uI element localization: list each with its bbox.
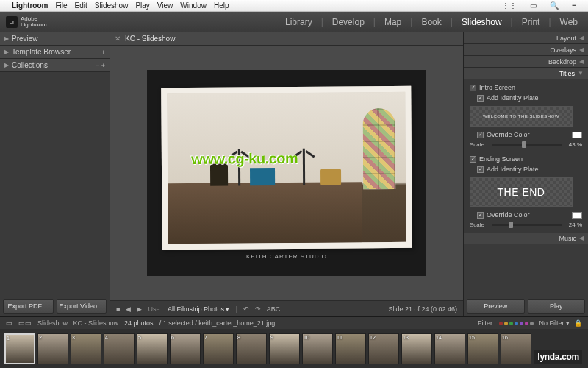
panel-collections-label: Collections [12, 61, 48, 69]
panel-backdrop[interactable]: Backdrop◀ [464, 56, 588, 68]
filmstrip-thumb[interactable]: 10 [302, 333, 333, 364]
menu-help[interactable]: Help [214, 1, 229, 10]
intro-screen-label: Intro Screen [479, 84, 515, 91]
play-button[interactable]: Play [528, 299, 586, 314]
lr-mark-icon: Lr [6, 16, 18, 28]
ending-scale-slider[interactable] [492, 224, 562, 226]
export-video-button[interactable]: Export Video… [57, 299, 107, 314]
slideshow-toolbar: ■ ◀ ▶ Use: All Filmstrip Photos ▾ | ↶ ↷ … [110, 300, 463, 316]
module-develop[interactable]: Develop [328, 17, 369, 27]
menu-view[interactable]: View [157, 1, 173, 10]
intro-scale-label: Scale [470, 141, 489, 148]
menu-app[interactable]: Lightroom [12, 1, 48, 10]
ending-override-color-checkbox[interactable]: ✓ [477, 212, 484, 219]
lynda-watermark: lynda.com [534, 350, 582, 364]
template-add-icon[interactable]: + [101, 49, 105, 56]
intro-identity-plate-checkbox[interactable]: ✓ [477, 95, 484, 102]
slideshow-canvas[interactable]: www.cg-ku.com KEITH CARTER STUDIO [110, 46, 463, 300]
ending-screen-label: Ending Screen [479, 155, 523, 163]
close-tab-icon[interactable]: ✕ [115, 35, 121, 43]
slide-status: Slide 21 of 24 (0:02:46) [388, 305, 457, 313]
menu-extra-icon[interactable]: ≡ [572, 1, 576, 10]
ending-screen-checkbox[interactable]: ✓ [470, 156, 476, 163]
intro-scale-value: 43 % [564, 141, 582, 148]
panel-layout[interactable]: Layout◀ [464, 32, 588, 44]
wifi-icon[interactable]: ⋮⋮ [502, 1, 517, 10]
disclosure-left-icon: ◀ [579, 46, 584, 53]
filmstrip-view-icon[interactable]: ▭ [6, 319, 12, 327]
panel-collections[interactable]: ▶ Collections − + [0, 59, 110, 72]
module-map[interactable]: Map [380, 17, 406, 27]
breadcrumb[interactable]: Slideshow : KC - Slideshow [37, 319, 118, 327]
photo-count: 24 photos [124, 319, 154, 327]
filmstrip-thumb[interactable]: 11 [335, 333, 366, 364]
intro-override-color-checkbox[interactable]: ✓ [477, 132, 484, 138]
panel-overlays[interactable]: Overlays◀ [464, 44, 588, 56]
stop-icon[interactable]: ■ [116, 305, 120, 313]
filmstrip-thumb[interactable]: 14 [434, 333, 465, 364]
filmstrip-thumb[interactable]: 4 [104, 333, 135, 364]
ending-scale-value: 24 % [564, 222, 582, 228]
intro-scale-slider[interactable] [492, 144, 562, 146]
ending-identity-plate-label: Add Identity Plate [487, 166, 539, 173]
filmstrip-thumb[interactable]: 3 [71, 333, 101, 364]
panel-titles-body: ✓Intro Screen ✓Add Identity Plate WELCOM… [464, 79, 588, 233]
module-book[interactable]: Book [417, 17, 445, 27]
disclosure-right-icon: ▶ [4, 35, 9, 42]
preview-button[interactable]: Preview [467, 299, 525, 314]
app-topbar: Lr Adobe Lightroom Library| Develop| Map… [0, 12, 588, 32]
filmstrip-thumb[interactable]: 1 [4, 333, 35, 364]
collections-ops-icon[interactable]: − + [96, 62, 105, 69]
prev-icon[interactable]: ◀ [126, 305, 131, 313]
menu-file[interactable]: File [55, 1, 67, 10]
no-filter-select[interactable]: No Filter ▾ [539, 319, 570, 327]
filmstrip-thumb[interactable]: 15 [467, 333, 498, 364]
filmstrip-thumb[interactable]: 8 [236, 333, 267, 364]
battery-icon[interactable]: ▭ [530, 1, 537, 10]
export-pdf-button[interactable]: Export PDF… [3, 299, 54, 314]
module-library[interactable]: Library [281, 17, 317, 27]
intro-identity-plate[interactable]: WELCOME TO THE SLIDESHOW [470, 106, 573, 127]
menu-window[interactable]: Window [180, 1, 207, 10]
rotate-cw-icon[interactable]: ↷ [255, 305, 261, 313]
disclosure-down-icon: ▼ [578, 70, 584, 77]
filmstrip-thumb[interactable]: 16 [501, 333, 531, 364]
slide-caption: KEITH CARTER STUDIO [246, 253, 327, 260]
filmstrip-thumb[interactable]: 9 [269, 333, 300, 364]
next-icon[interactable]: ▶ [137, 305, 142, 313]
filmstrip-view2-icon[interactable]: ▭▭ [18, 319, 32, 327]
filter-lock-icon[interactable]: 🔒 [574, 319, 582, 327]
filmstrip-thumb[interactable]: 13 [401, 333, 432, 364]
panel-template-browser[interactable]: ▶ Template Browser + [0, 46, 110, 59]
module-slideshow[interactable]: Slideshow [457, 17, 506, 27]
ending-identity-plate-checkbox[interactable]: ✓ [477, 166, 484, 173]
left-panel: ▶ Preview ▶ Template Browser + ▶ Collect… [0, 32, 110, 316]
center-area: ✕ KC - Slideshow www.cg-ku.com KEITH CAR… [110, 32, 463, 316]
filmstrip-thumb[interactable]: 6 [170, 333, 201, 364]
selection-info: / 1 selected / keith_carter_home_21.jpg [159, 319, 276, 327]
panel-titles[interactable]: Titles▼ [464, 68, 588, 79]
abc-button[interactable]: ABC [267, 305, 281, 313]
menu-edit[interactable]: Edit [75, 1, 87, 10]
filter-flags[interactable] [498, 319, 534, 327]
rotate-ccw-icon[interactable]: ↶ [243, 305, 249, 313]
menu-slideshow[interactable]: Slideshow [95, 1, 129, 10]
filmstrip[interactable]: 12345678910111213141516 [0, 329, 588, 368]
ending-color-swatch[interactable] [572, 212, 582, 219]
module-web[interactable]: Web [556, 17, 582, 27]
use-select[interactable]: All Filmstrip Photos ▾ [168, 305, 230, 313]
filmstrip-thumb[interactable]: 5 [137, 333, 168, 364]
filmstrip-thumb[interactable]: 12 [368, 333, 399, 364]
module-picker: Library| Develop| Map| Book| Slideshow| … [281, 17, 582, 27]
intro-screen-checkbox[interactable]: ✓ [470, 85, 476, 91]
disclosure-left-icon: ◀ [579, 35, 584, 41]
intro-color-swatch[interactable] [572, 132, 582, 138]
module-print[interactable]: Print [517, 17, 545, 27]
filmstrip-thumb[interactable]: 7 [203, 333, 234, 364]
menu-play[interactable]: Play [135, 1, 149, 10]
filmstrip-thumb[interactable]: 2 [37, 333, 68, 364]
spotlight-icon[interactable]: 🔍 [550, 1, 559, 10]
panel-preview[interactable]: ▶ Preview [0, 32, 110, 46]
panel-music[interactable]: Music◀ [464, 233, 588, 244]
ending-identity-plate[interactable]: THE END [470, 177, 573, 207]
